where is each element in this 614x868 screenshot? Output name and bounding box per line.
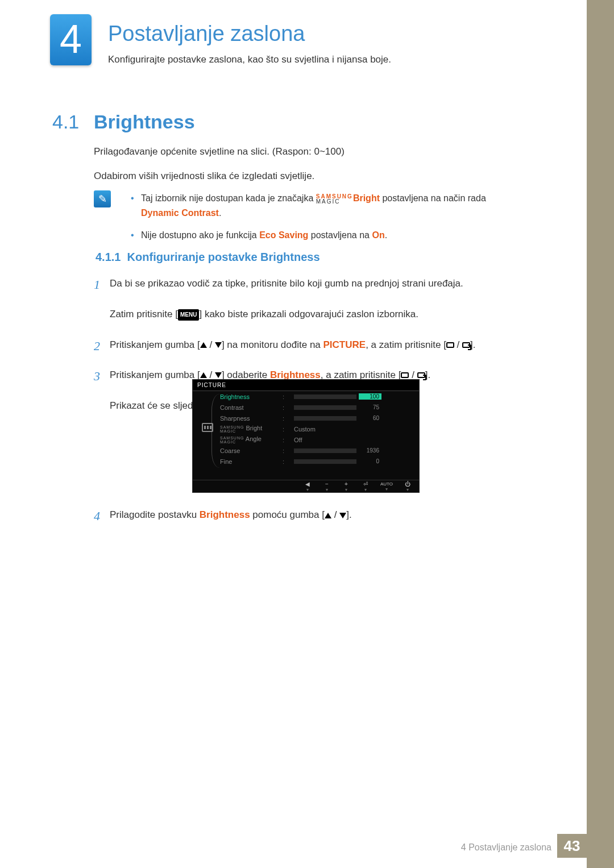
step-4-number: 4: [94, 506, 100, 526]
steps-list-continued: 4 Prilagodite postavku Brightness pomoću…: [94, 507, 540, 537]
step-2-text-b: ] na monitoru dođite na: [222, 339, 323, 350]
osd-text-value: Custom: [294, 426, 316, 433]
osd-row-contrast: Contrast : 75: [193, 402, 419, 413]
step-2-text-a: Pritiskanjem gumba [: [110, 339, 200, 350]
note-1-bright: Bright: [353, 193, 380, 203]
step-4-text-c: ].: [346, 509, 351, 520]
osd-label: Contrast: [220, 404, 283, 411]
note-2-eco-saving: Eco Saving: [259, 230, 308, 240]
down-arrow-icon: [215, 342, 222, 348]
note-item-1: Taj izbornik nije dostupan kada je znača…: [131, 191, 540, 220]
footer-chapter-ref: 4 Postavljanje zaslona: [461, 842, 551, 853]
osd-footer-power-icon: ⏻▾: [403, 481, 412, 492]
osd-label: SAMSUNGMAGIC Angle: [220, 435, 283, 443]
step-4-brightness: Brightness: [200, 509, 250, 520]
osd-footer-minus-icon: −▾: [322, 481, 331, 492]
osd-label: Brightness: [220, 393, 283, 400]
page-number: 43: [557, 834, 587, 858]
step-1-text-b-b: ] kako biste prikazali odgovarajući zasl…: [199, 309, 418, 319]
step-2-number: 2: [94, 336, 100, 356]
osd-label: Coarse: [220, 447, 283, 454]
side-accent-bar: [587, 0, 614, 868]
step-1: 1 Da bi se prikazao vodič za tipke, prit…: [94, 276, 540, 322]
note-1-text-a: Taj izbornik nije dostupan kada je znača…: [141, 193, 316, 203]
step-3-text-b: ] odaberite: [222, 369, 270, 380]
osd-value: 1936: [356, 447, 379, 454]
chapter-description: Konfigurirajte postavke zaslona, kao što…: [108, 54, 391, 65]
up-arrow-icon: [200, 342, 207, 348]
osd-footer-plus-icon: +▾: [342, 481, 351, 492]
enter-icon-2: [462, 342, 470, 348]
section-title: Brightness: [94, 111, 195, 133]
up-arrow-icon: [200, 372, 207, 378]
step-2-text-c: , a zatim pritisnite [: [366, 339, 446, 350]
osd-value: 100: [359, 393, 381, 400]
step-1-text-b-a: Zatim pritisnite [: [110, 309, 178, 319]
up-arrow-icon: [325, 513, 331, 518]
osd-row-magic-angle: SAMSUNGMAGIC Angle : Off: [193, 434, 419, 445]
osd-value: 0: [356, 458, 379, 464]
note-2-text-c: postavljena na: [308, 230, 372, 240]
osd-preview: PICTURE Brightness : 100 Contrast : 75 S…: [192, 379, 420, 493]
osd-footer-auto: AUTO▾: [380, 481, 393, 491]
section-number: 4.1: [52, 111, 79, 133]
enter-icon-2: [417, 372, 425, 378]
step-1-number: 1: [94, 275, 100, 294]
chapter-number-badge: 4: [50, 14, 92, 65]
osd-text-value: Off: [294, 437, 302, 443]
osd-row-coarse: Coarse : 1936: [193, 445, 419, 456]
step-1-text-a: Da bi se prikazao vodič za tipke, pritis…: [110, 278, 463, 289]
section-paragraph-1: Prilagođavanje općenite svjetline na sli…: [94, 145, 540, 159]
note-icon: ✎: [94, 190, 111, 207]
subsection-title: Konfiguriranje postavke Brightness: [127, 251, 320, 263]
step-2-picture: PICTURE: [323, 339, 366, 350]
step-3-text-c: , a zatim pritisnite [: [321, 369, 401, 380]
osd-value: 75: [356, 404, 379, 410]
note-1-text-c: postavljena na način rada: [380, 193, 486, 203]
step-3-text-a: Pritiskanjem gumba [: [110, 369, 200, 380]
step-4-text-a: Prilagodite postavku: [110, 509, 200, 520]
enter-icon-1: [446, 342, 454, 348]
enter-icon-1: [401, 372, 409, 378]
menu-button-icon: MENU: [178, 309, 199, 321]
osd-row-fine: Fine : 0: [193, 456, 419, 467]
osd-footer-enter-icon: ⏎▾: [361, 481, 370, 492]
osd-label: Fine: [220, 458, 283, 465]
note-2-text-e: .: [385, 230, 387, 240]
note-item-2: Nije dostupno ako je funkcija Eco Saving…: [131, 228, 540, 243]
osd-row-magic-bright: SAMSUNGMAGIC Bright : Custom: [193, 423, 419, 434]
note-list: Taj izbornik nije dostupan kada je znača…: [131, 191, 540, 251]
note-2-on: On: [372, 230, 384, 240]
step-3-brightness: Brightness: [270, 369, 321, 380]
note-1-dynamic-contrast: Dynamic Contrast: [141, 208, 219, 218]
osd-footer-back-icon: ◀▾: [303, 481, 312, 492]
section-paragraph-2: Odabirom viših vrijednosti slika će izgl…: [94, 169, 540, 183]
subsection-number: 4.1.1: [96, 251, 121, 263]
chapter-title: Postavljanje zaslona: [108, 22, 305, 46]
note-2-text-a: Nije dostupno ako je funkcija: [141, 230, 259, 240]
step-3-number: 3: [94, 366, 100, 386]
step-2: 2 Pritiskanjem gumba [ / ] na monitoru d…: [94, 337, 540, 352]
osd-footer: ◀▾ −▾ +▾ ⏎▾ AUTO▾ ⏻▾: [193, 480, 419, 492]
osd-row-brightness: Brightness : 100: [193, 391, 419, 402]
osd-title: PICTURE: [193, 380, 419, 391]
osd-label: SAMSUNGMAGIC Bright: [220, 425, 283, 433]
osd-label: Sharpness: [220, 415, 283, 422]
down-arrow-icon: [339, 513, 346, 518]
subsection-heading: 4.1.1 Konfiguriranje postavke Brightness: [96, 251, 320, 264]
samsung-magic-label: SAMSUNGMAGIC: [316, 194, 353, 204]
note-1-text-e: .: [219, 208, 221, 218]
step-4: 4 Prilagodite postavku Brightness pomoću…: [94, 507, 540, 522]
osd-row-sharpness: Sharpness : 60: [193, 413, 419, 423]
step-4-text-b: pomoću gumba [: [250, 509, 325, 520]
down-arrow-icon: [215, 372, 222, 378]
osd-value: 60: [356, 415, 379, 421]
osd-picture-icon: [202, 423, 213, 432]
